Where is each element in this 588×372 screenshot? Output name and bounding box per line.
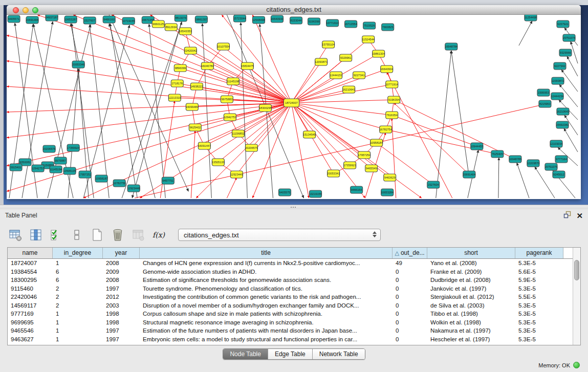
graph-node[interactable]: 9157921 bbox=[557, 20, 569, 28]
cell-name[interactable]: 9699695 bbox=[8, 318, 53, 327]
table-row[interactable]: 911546021997Tourette syndrome. Phenomeno… bbox=[8, 285, 573, 293]
graph-node[interactable]: 17957254 bbox=[358, 151, 371, 159]
new-table-icon[interactable] bbox=[89, 227, 105, 243]
graph-node[interactable]: 11254498 bbox=[525, 15, 537, 21]
graph-node[interactable]: 12444154 bbox=[551, 93, 564, 100]
cell-in_degree[interactable]: 1 bbox=[53, 335, 103, 344]
graph-node[interactable]: 9329966 bbox=[559, 49, 572, 56]
memory-ok-icon[interactable] bbox=[573, 362, 580, 368]
table-row[interactable]: 1938455462009Genome-wide association stu… bbox=[8, 268, 573, 276]
graph-node[interactable]: 16948784 bbox=[445, 43, 458, 50]
cell-year[interactable]: 2009 bbox=[103, 268, 140, 276]
cell-out_de[interactable]: 0 bbox=[393, 318, 427, 327]
graph-node[interactable]: 8215953 bbox=[539, 100, 551, 107]
column-header-name[interactable]: name bbox=[8, 248, 53, 258]
graph-node[interactable]: 9227341 bbox=[353, 72, 365, 79]
cell-in_degree[interactable]: 1 bbox=[53, 310, 103, 318]
graph-node[interactable]: 10219155 bbox=[309, 190, 322, 198]
table-row[interactable]: 2242004622012Investigating the contribut… bbox=[8, 293, 573, 301]
network-window-titlebar[interactable]: citations_edges.txt bbox=[7, 5, 581, 15]
graph-node[interactable]: 10653287 bbox=[64, 16, 77, 23]
cell-title[interactable]: Investigating the contribution of common… bbox=[140, 293, 393, 301]
graph-node[interactable]: 9465549 bbox=[365, 165, 378, 172]
cell-pagerank[interactable]: 5.3E-5 bbox=[515, 310, 563, 318]
graph-node[interactable]: 16210643 bbox=[557, 108, 570, 115]
graph-node[interactable]: 3915401 bbox=[10, 164, 22, 171]
cell-in_degree[interactable]: 1 bbox=[53, 326, 103, 335]
column-header-pagerank[interactable]: pagerank bbox=[515, 248, 563, 258]
table-settings-icon[interactable] bbox=[7, 227, 24, 243]
graph-node[interactable]: 15751075 bbox=[545, 163, 557, 170]
cell-name[interactable]: 9465546 bbox=[8, 326, 53, 335]
cell-short[interactable]: Tibbo et al. (1998) bbox=[427, 310, 515, 318]
cell-pagerank[interactable]: 5.3E-5 bbox=[515, 301, 563, 310]
graph-node[interactable]: 15834475 bbox=[241, 62, 254, 70]
cell-pagerank[interactable]: 5.3E-5 bbox=[515, 326, 563, 335]
graph-node[interactable]: 9975887 bbox=[54, 157, 67, 164]
graph-node[interactable]: 12213319 bbox=[168, 94, 181, 101]
graph-node[interactable]: 20206579 bbox=[245, 144, 258, 151]
graph-node[interactable]: 16210641 bbox=[342, 86, 355, 93]
cell-in_degree[interactable]: 2 bbox=[53, 293, 103, 301]
cell-title[interactable]: Disruption of a novel member of a sodium… bbox=[140, 301, 393, 310]
cell-out_de[interactable]: 49 bbox=[393, 259, 427, 268]
graph-node[interactable]: 9466160 bbox=[103, 16, 115, 23]
graph-node[interactable]: 20053341 bbox=[327, 170, 340, 177]
tab-edge-table[interactable]: Edge Table bbox=[268, 349, 312, 359]
graph-node[interactable]: 10771910 bbox=[326, 19, 339, 27]
column-header-short[interactable]: short bbox=[427, 248, 515, 258]
cell-year[interactable]: 2008 bbox=[103, 276, 140, 285]
graph-node[interactable]: 9660125 bbox=[152, 20, 164, 28]
cell-in_degree[interactable]: 6 bbox=[53, 268, 103, 276]
graph-node[interactable]: 20691406 bbox=[26, 16, 39, 24]
float-panel-icon[interactable] bbox=[563, 211, 571, 221]
table-row[interactable]: 946554611997Estimation of the future num… bbox=[8, 326, 573, 335]
select-all-icon[interactable] bbox=[48, 227, 64, 243]
graph-node[interactable]: 8912934 bbox=[165, 24, 177, 31]
graph-node[interactable]: 12093872 bbox=[552, 77, 564, 84]
graph-node[interactable]: 12942753 bbox=[224, 114, 236, 121]
table-body[interactable]: 1872400712008Changes of HCN gene express… bbox=[8, 259, 573, 343]
graph-node[interactable]: 16782754 bbox=[379, 126, 392, 133]
cell-pagerank[interactable]: 5.3E-5 bbox=[515, 318, 563, 327]
graph-node[interactable]: 17359921 bbox=[343, 162, 356, 169]
graph-node[interactable]: 10958184 bbox=[370, 139, 383, 146]
column-chooser-icon[interactable] bbox=[28, 227, 44, 243]
close-panel-icon[interactable]: ✕ bbox=[576, 212, 583, 220]
cell-out_de[interactable]: 0 bbox=[393, 276, 427, 285]
graph-node[interactable]: 8153044 bbox=[290, 17, 302, 24]
cell-year[interactable]: 2012 bbox=[103, 293, 140, 301]
graph-node[interactable]: 10719155 bbox=[122, 17, 135, 25]
delete-rows-icon[interactable] bbox=[110, 227, 126, 243]
close-window-button[interactable] bbox=[13, 7, 19, 13]
cell-year[interactable]: 2008 bbox=[103, 259, 140, 268]
cell-short[interactable]: Yano et al. (2008) bbox=[427, 259, 515, 268]
graph-node[interactable]: 9466164 bbox=[351, 186, 363, 193]
tab-node-table[interactable]: Node Table bbox=[223, 349, 268, 359]
row-height-icon[interactable] bbox=[69, 227, 85, 243]
graph-node[interactable]: 20206576 bbox=[43, 145, 56, 152]
graph-node[interactable]: 1527607 bbox=[83, 17, 96, 24]
graph-node[interactable]: 9329961 bbox=[340, 54, 352, 61]
cell-short[interactable]: Hescheler et al. (1997) bbox=[427, 335, 515, 344]
graph-node[interactable]: 9245012 bbox=[553, 171, 565, 178]
cell-out_de[interactable]: 0 bbox=[393, 326, 427, 335]
cell-year[interactable]: 2003 bbox=[103, 301, 140, 310]
cell-in_degree[interactable]: 1 bbox=[53, 318, 103, 327]
cell-out_de[interactable]: 0 bbox=[393, 301, 427, 310]
graph-node[interactable]: 12093871 bbox=[315, 58, 328, 65]
graph-node[interactable]: 9405571 bbox=[8, 15, 20, 23]
graph-node[interactable]: 11156851 bbox=[232, 130, 244, 137]
graph-node[interactable]: 11145198 bbox=[227, 78, 239, 85]
function-builder-icon[interactable]: f(x) bbox=[150, 227, 167, 243]
graph-node[interactable]: 2718176 bbox=[171, 80, 183, 87]
graph-node[interactable]: 9457751 bbox=[162, 177, 174, 184]
table-row[interactable]: 1830029562008Estimation of significance … bbox=[8, 276, 573, 285]
graph-node[interactable]: 16543353 bbox=[179, 28, 192, 35]
graph-node[interactable]: 12942757 bbox=[32, 165, 45, 172]
graph-node[interactable]: 10771914 bbox=[385, 81, 398, 88]
cell-pagerank[interactable]: 5.5E-5 bbox=[515, 293, 563, 301]
cell-pagerank[interactable]: 5.9E-5 bbox=[515, 276, 563, 285]
column-header-out_de[interactable]: △out_de... bbox=[393, 248, 427, 258]
zoom-window-button[interactable] bbox=[32, 7, 38, 13]
